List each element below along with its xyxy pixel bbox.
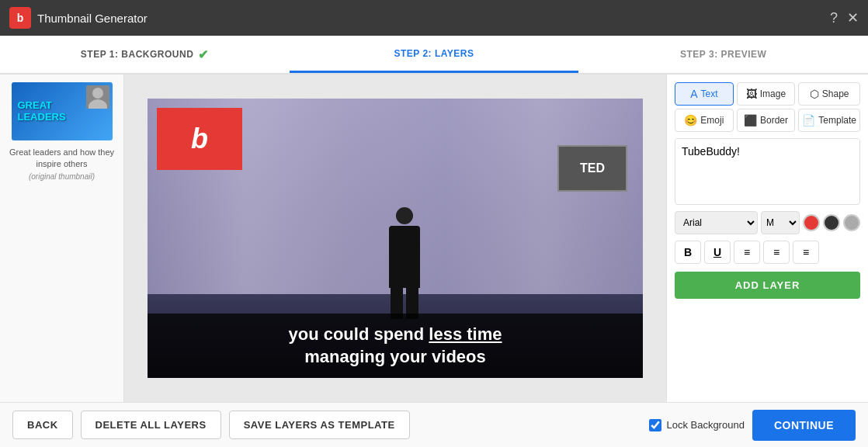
step1-check-icon: ✔ <box>198 47 209 62</box>
image-icon: 🖼 <box>746 88 757 100</box>
font-weight-select[interactable]: M B L <box>761 211 800 234</box>
help-icon[interactable]: ? <box>830 10 838 26</box>
logo-text: b <box>191 123 208 155</box>
font-controls: Arial Georgia Helvetica M B L <box>675 211 860 234</box>
font-color-red[interactable] <box>803 214 820 231</box>
save-template-button[interactable]: SAVE LAYERS AS TEMPLATE <box>229 411 410 439</box>
step3-tab[interactable]: STEP 3: PREVIEW <box>578 36 868 73</box>
footer: BACK DELETE ALL LAYERS SAVE LAYERS AS TE… <box>0 402 868 447</box>
tubebuddy-logo-overlay: b <box>157 108 242 170</box>
canvas-area: TED b you could <box>124 74 666 402</box>
text-layer-button[interactable]: A Text <box>675 82 734 106</box>
svg-point-1 <box>89 99 107 109</box>
template-layer-button[interactable]: 📄 Template <box>798 109 860 132</box>
sidebar-caption-sub: (original thumbnail) <box>29 172 95 181</box>
person-silhouette <box>381 207 428 316</box>
continue-button[interactable]: CONTINUE <box>752 410 856 441</box>
person-body <box>389 226 420 288</box>
delete-all-button[interactable]: DELETE ALL LAYERS <box>81 411 221 439</box>
svg-point-0 <box>92 88 103 99</box>
text-input-wrapper: TubeBuddy! <box>675 138 860 205</box>
font-family-select[interactable]: Arial Georgia Helvetica <box>675 211 758 234</box>
title-bar-right: ? ✕ <box>830 9 859 26</box>
thumbnail-face <box>86 85 109 109</box>
emoji-icon: 😊 <box>684 114 697 126</box>
emoji-layer-button[interactable]: 😊 Emoji <box>675 109 734 132</box>
app-title: Thumbnail Generator <box>37 12 148 25</box>
format-controls: B U ≡ ≡ ≡ <box>675 241 860 264</box>
shape-layer-button[interactable]: ⬡ Shape <box>798 82 860 106</box>
text-icon: A <box>690 88 697 100</box>
thumbnail-preview: GREATLEADERS <box>12 82 113 140</box>
image-layer-button[interactable]: 🖼 Image <box>737 82 796 106</box>
shape-icon: ⬡ <box>810 88 819 100</box>
caption-bar: you could spend less time managing your … <box>148 314 643 378</box>
template-icon: 📄 <box>802 114 815 126</box>
lock-background-checkbox[interactable] <box>649 419 661 431</box>
step1-tab[interactable]: STEP 1: BACKGROUND ✔ <box>0 36 290 73</box>
border-icon: ⬛ <box>744 114 757 126</box>
font-color-gray[interactable] <box>843 214 860 231</box>
lock-background-label[interactable]: Lock Background <box>649 419 744 431</box>
step2-tab[interactable]: STEP 2: LAYERS <box>290 36 579 73</box>
ted-screen: TED <box>557 145 627 192</box>
main-content: GREATLEADERS Great leaders and how they … <box>0 74 868 402</box>
bold-button[interactable]: B <box>675 241 701 264</box>
align-left-button[interactable]: ≡ <box>734 241 760 264</box>
caption-text: you could spend less time managing your … <box>163 323 627 369</box>
thumbnail-image: GREATLEADERS <box>12 82 113 140</box>
align-center-button[interactable]: ≡ <box>763 241 790 264</box>
right-panel: A Text 🖼 Image ⬡ Shape 😊 Emoji ⬛ Bor <box>666 74 868 402</box>
sidebar: GREATLEADERS Great leaders and how they … <box>0 74 124 402</box>
underline-button[interactable]: U <box>704 241 731 264</box>
close-icon[interactable]: ✕ <box>847 9 859 26</box>
sidebar-caption: Great leaders and how they inspire other… <box>8 147 116 171</box>
person-head <box>396 207 413 224</box>
app-logo: b <box>9 7 31 29</box>
add-layer-button[interactable]: ADD LAYER <box>675 272 860 299</box>
title-bar-left: b Thumbnail Generator <box>9 7 148 29</box>
caption-underline: less time <box>429 324 502 344</box>
app-window: b Thumbnail Generator ? ✕ STEP 1: BACKGR… <box>0 0 868 447</box>
align-right-button[interactable]: ≡ <box>793 241 819 264</box>
text-input[interactable]: TubeBuddy! <box>675 139 859 201</box>
border-layer-button[interactable]: ⬛ Border <box>737 109 796 132</box>
steps-bar: STEP 1: BACKGROUND ✔ STEP 2: LAYERS STEP… <box>0 36 868 74</box>
layer-buttons: A Text 🖼 Image ⬡ Shape 😊 Emoji ⬛ Bor <box>675 82 860 132</box>
back-button[interactable]: BACK <box>12 411 73 439</box>
canvas-image: TED b you could <box>148 99 643 378</box>
font-color-dark[interactable] <box>823 214 840 231</box>
title-bar: b Thumbnail Generator ? ✕ <box>0 0 868 36</box>
lock-background-text: Lock Background <box>666 419 744 431</box>
